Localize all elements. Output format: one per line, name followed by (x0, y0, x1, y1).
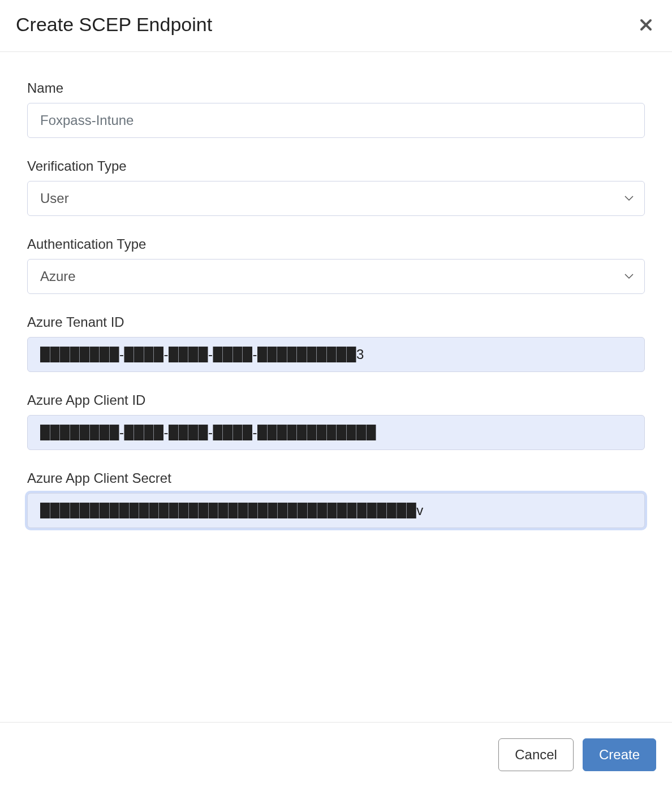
azure-tenant-id-label: Azure Tenant ID (27, 314, 645, 330)
dialog-header: Create SCEP Endpoint (0, 0, 672, 52)
azure-app-client-secret-input[interactable] (27, 493, 645, 528)
verification-type-select[interactable] (27, 181, 645, 216)
cancel-button[interactable]: Cancel (498, 738, 574, 771)
field-name: Name (27, 80, 645, 138)
azure-app-client-secret-label: Azure App Client Secret (27, 470, 645, 486)
field-azure-tenant-id: Azure Tenant ID (27, 314, 645, 372)
azure-app-client-id-input[interactable] (27, 415, 645, 450)
azure-tenant-id-input[interactable] (27, 337, 645, 372)
name-input[interactable] (27, 103, 645, 138)
field-verification-type: Verification Type (27, 158, 645, 216)
close-icon (639, 14, 653, 36)
dialog-footer: Cancel Create (0, 722, 672, 787)
name-label: Name (27, 80, 645, 96)
field-azure-app-client-secret: Azure App Client Secret (27, 470, 645, 528)
create-button[interactable]: Create (583, 738, 656, 771)
dialog-body: Name Verification Type Authentication Ty… (0, 52, 672, 722)
verification-type-label: Verification Type (27, 158, 645, 174)
authentication-type-select[interactable] (27, 259, 645, 294)
dialog-title: Create SCEP Endpoint (16, 14, 212, 36)
field-azure-app-client-id: Azure App Client ID (27, 392, 645, 450)
field-authentication-type: Authentication Type (27, 236, 645, 294)
close-button[interactable] (636, 15, 656, 34)
authentication-type-label: Authentication Type (27, 236, 645, 252)
azure-app-client-id-label: Azure App Client ID (27, 392, 645, 408)
